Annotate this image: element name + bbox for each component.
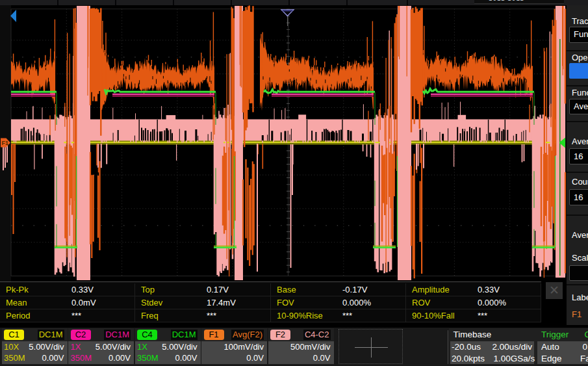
svg-text:F1: F1	[2, 140, 9, 146]
